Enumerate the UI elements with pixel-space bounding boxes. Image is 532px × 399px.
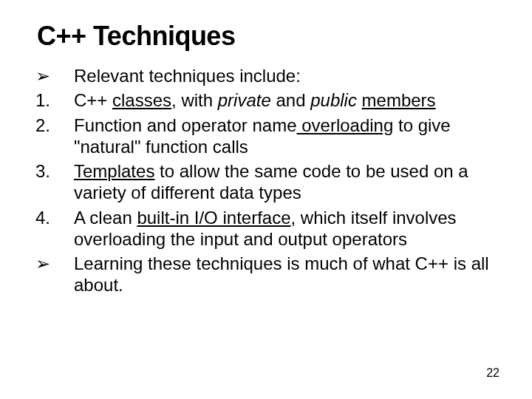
- text-run: C++: [74, 90, 112, 110]
- number-marker: 2.: [35, 115, 74, 158]
- text-run: Function and operator name: [74, 115, 297, 135]
- text-run: [357, 90, 362, 110]
- text-run: , with: [171, 90, 218, 110]
- number-marker: 4.: [35, 207, 74, 250]
- list-text: Templates to allow the same code to be u…: [74, 160, 497, 204]
- arrow-bullet-icon: ➢: [35, 65, 74, 86]
- text-run: and: [271, 90, 310, 110]
- list-text: Learning these techniques is much of wha…: [74, 253, 497, 296]
- slide-title: C++ Techniques: [37, 21, 497, 52]
- text-run: A clean: [74, 208, 137, 228]
- italic-text: private: [218, 90, 271, 110]
- slide: C++ Techniques ➢ Relevant techniques inc…: [0, 0, 532, 399]
- underline-text: overloading: [297, 115, 394, 135]
- list-text: C++ classes, with private and public mem…: [74, 89, 497, 111]
- number-marker: 1.: [35, 89, 74, 111]
- number-marker: 3.: [35, 160, 74, 204]
- list-item: ➢ Relevant techniques include:: [35, 65, 497, 86]
- underline-text: Templates: [74, 161, 154, 181]
- page-number: 22: [486, 366, 499, 380]
- italic-text: public: [310, 90, 357, 110]
- list-text: Relevant techniques include:: [74, 65, 497, 86]
- list-item: 1. C++ classes, with private and public …: [35, 89, 497, 111]
- list-item: 2. Function and operator name overloadin…: [35, 115, 497, 158]
- arrow-bullet-icon: ➢: [35, 253, 74, 296]
- underline-text: built-in I/O interface: [137, 208, 290, 228]
- list-text: Function and operator name overloading t…: [74, 115, 497, 158]
- list-text: A clean built-in I/O interface, which it…: [74, 207, 497, 250]
- underline-text: classes: [112, 90, 171, 110]
- list-item: 4. A clean built-in I/O interface, which…: [35, 207, 497, 250]
- bullet-list: ➢ Relevant techniques include: 1. C++ cl…: [35, 65, 497, 296]
- list-item: ➢ Learning these techniques is much of w…: [35, 253, 497, 296]
- list-item: 3. Templates to allow the same code to b…: [35, 160, 497, 204]
- underline-text: members: [362, 90, 436, 110]
